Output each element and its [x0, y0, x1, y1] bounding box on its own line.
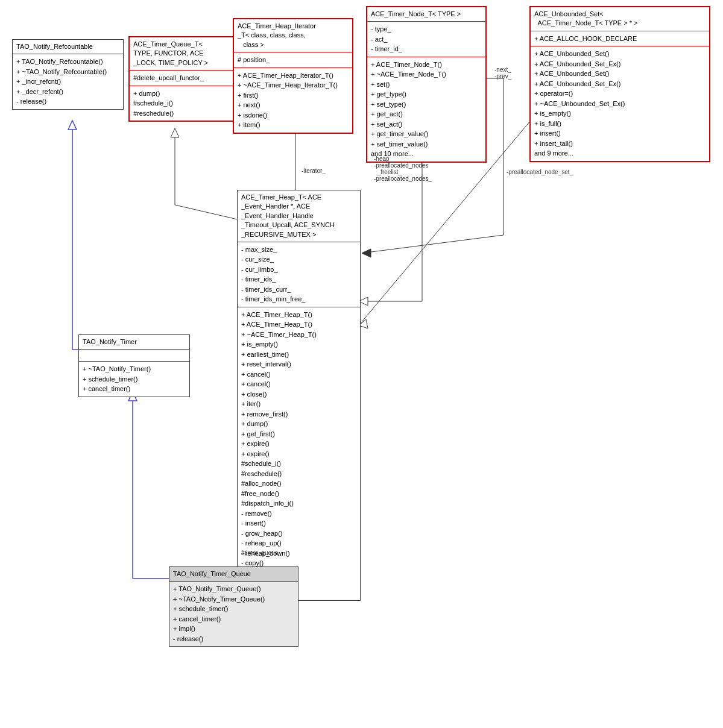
- preallocated-node-set-label: -preallocated_node_set_: [507, 169, 573, 175]
- ace-timer-heap-iterator-title: ACE_Timer_Heap_Iterator_T< class, class,…: [234, 19, 352, 52]
- ace-timer-queue-attrs: #delete_upcall_functor_: [130, 71, 235, 86]
- ace-unbounded-set-methods: + ACE_Unbounded_Set() + ACE_Unbounded_Se…: [531, 46, 709, 161]
- svg-marker-14: [362, 249, 371, 257]
- tao-notify-refcountable-box: TAO_Notify_Refcountable + TAO_Notify_Ref…: [12, 39, 124, 110]
- ace-timer-node-box: ACE_Timer_Node_T< TYPE > - type_ - act_ …: [366, 6, 487, 163]
- tao-notify-refcountable-title: TAO_Notify_Refcountable: [13, 40, 123, 54]
- ace-timer-node-title: ACE_Timer_Node_T< TYPE >: [367, 7, 485, 22]
- svg-marker-5: [171, 128, 179, 137]
- tao-notify-timer-queue-title: TAO_Notify_Timer_Queue: [169, 567, 298, 582]
- ace-timer-heap-iterator-methods: + ACE_Timer_Heap_Iterator_T() + ~ACE_Tim…: [234, 68, 352, 133]
- ace-timer-heap-iterator-attrs: # position_: [234, 52, 352, 68]
- ace-timer-queue-title: ACE_Timer_Queue_T<TYPE, FUNCTOR, ACE_LOC…: [130, 37, 235, 71]
- iterator-label: -iterator_: [302, 168, 326, 174]
- ace-timer-heap-attrs: - max_size_ - cur_size_ - cur_limbo_ - t…: [238, 242, 360, 307]
- heap-nodes-label: -heap_-preallocated_nodes _freelist_-pre…: [374, 155, 432, 182]
- svg-line-13: [362, 235, 504, 253]
- next-prev-label: -next_-prev_: [494, 66, 511, 80]
- ace-timer-node-methods: + ACE_Timer_Node_T() + ~ACE_Timer_Node_T…: [367, 57, 485, 162]
- ace-timer-queue-methods: + dump() #schedule_i() #reschedule(): [130, 86, 235, 121]
- ace-unbounded-set-title: ACE_Unbounded_Set< ACE_Timer_Node_T< TYP…: [531, 7, 709, 31]
- tao-notify-timer-box: TAO_Notify_Timer + ~TAO_Notify_Timer() +…: [78, 334, 190, 397]
- tao-notify-timer-queue-box: TAO_Notify_Timer_Queue + TAO_Notify_Time…: [169, 566, 298, 647]
- svg-marker-2: [68, 121, 77, 130]
- svg-line-4: [175, 205, 240, 220]
- ace-timer-node-attrs: - type_ - act_ - timer_id_: [367, 22, 485, 57]
- ace-timer-heap-methods: + ACE_Timer_Heap_T() + ACE_Timer_Heap_T(…: [238, 307, 360, 601]
- tao-notify-timer-methods: + ~TAO_Notify_Timer() + schedule_timer()…: [79, 362, 189, 397]
- ace-timer-heap-title: ACE_Timer_Heap_T< ACE_Event_Handler *, A…: [238, 190, 360, 242]
- tao-notify-refcountable-methods: + TAO_Notify_Refcountable() + ~TAO_Notif…: [13, 54, 123, 109]
- ace-timer-queue-box: ACE_Timer_Queue_T<TYPE, FUNCTOR, ACE_LOC…: [128, 36, 236, 122]
- ace-unbounded-set-alloc: + ACE_ALLOC_HOOK_DECLARE: [531, 31, 709, 47]
- tao-notify-timer-title: TAO_Notify_Timer: [79, 335, 189, 350]
- ace-timer-heap-iterator-box: ACE_Timer_Heap_Iterator_T< class, class,…: [233, 18, 353, 134]
- ace-unbounded-set-box: ACE_Unbounded_Set< ACE_Timer_Node_T< TYP…: [529, 6, 710, 162]
- timer-queue-label: #timer_queue_: [241, 550, 282, 556]
- tao-notify-timer-queue-methods: + TAO_Notify_Timer_Queue() + ~TAO_Notify…: [169, 582, 298, 646]
- ace-timer-heap-box: ACE_Timer_Heap_T< ACE_Event_Handler *, A…: [237, 190, 361, 601]
- tao-notify-timer-empty: [79, 350, 189, 362]
